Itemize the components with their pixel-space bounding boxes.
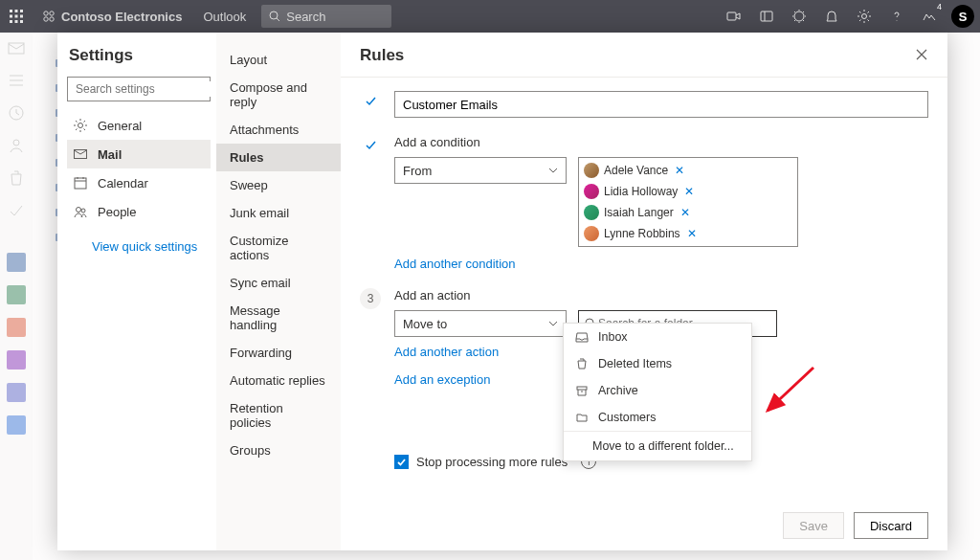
day-icon[interactable] [783,0,815,33]
svg-rect-4 [15,15,18,18]
action-select[interactable]: Move to [394,310,567,337]
remove-chip-icon[interactable]: ✕ [679,206,692,219]
stop-processing-checkbox[interactable] [394,455,409,469]
rule-name-input[interactable] [394,91,928,118]
add-condition-link[interactable]: Add another condition [394,257,515,271]
suite-search[interactable]: Search [261,5,391,28]
mailset-compose[interactable]: Compose and reply [216,74,341,116]
mailset-groups[interactable]: Groups [216,437,341,464]
mail-icon [73,146,88,162]
remove-chip-icon[interactable]: ✕ [673,164,686,177]
org-logo-icon [42,10,56,23]
mailset-fwd[interactable]: Forwarding [216,339,341,367]
view-quick-settings-link[interactable]: View quick settings [92,239,211,254]
svg-point-10 [50,11,54,15]
person-chip: Adele Vance✕ [584,163,686,178]
gear-icon [73,118,88,133]
remove-chip-icon[interactable]: ✕ [682,185,696,198]
save-button: Save [783,512,844,539]
add-exception-link[interactable]: Add an exception [394,372,490,387]
discard-button[interactable]: Discard [854,512,928,539]
mailset-auto[interactable]: Automatic replies [216,367,341,394]
svg-rect-16 [761,11,772,21]
mailset-rules[interactable]: Rules [216,144,341,171]
svg-point-32 [81,209,85,213]
svg-point-19 [862,14,867,19]
help-icon[interactable] [880,0,913,33]
folder-item-customers[interactable]: Customers [564,404,751,431]
mailset-attachments[interactable]: Attachments [216,116,341,144]
svg-point-12 [50,17,54,21]
nav-calendar[interactable]: Calendar [67,168,211,197]
svg-line-14 [277,18,279,21]
meet-now-icon[interactable] [718,0,750,33]
account-avatar[interactable]: S [951,5,974,28]
avatar-icon [584,184,599,199]
nav-mail[interactable]: Mail [67,140,211,168]
person-chip: Isaiah Langer✕ [584,205,692,220]
mailset-sweep[interactable]: Sweep [216,171,341,199]
mailset-layout[interactable]: Layout [216,46,341,74]
svg-point-25 [78,123,83,128]
teams-call-icon[interactable] [750,0,783,33]
settings-search[interactable] [67,77,211,101]
mailset-msg[interactable]: Message handling [216,297,341,339]
nav-people[interactable]: People [67,197,211,226]
folder-dropdown: Inbox Deleted Items Archive Customers Mo… [563,323,752,461]
people-icon [73,204,88,219]
nav-general[interactable]: General [67,111,211,140]
folder-item-deleted[interactable]: Deleted Items [564,350,751,377]
folder-item-inbox[interactable]: Inbox [564,324,751,350]
folder-item-archive[interactable]: Archive [564,377,751,404]
svg-rect-27 [75,178,86,189]
check-icon [364,95,377,108]
stop-processing-label: Stop processing more rules [416,455,568,469]
settings-search-input[interactable] [74,81,221,97]
step1-check [360,91,381,112]
settings-modal: Settings General Mail Calendar People Vi… [57,33,947,550]
mailset-junk[interactable]: Junk email [216,199,341,227]
folder-icon [575,411,589,424]
check-icon [396,457,407,467]
step2-check [360,135,381,156]
close-button[interactable] [915,48,928,64]
condition-title: Add a condition [394,135,928,149]
svg-rect-1 [15,10,18,12]
folder-item-different[interactable]: Move to a different folder... [564,431,751,460]
activity-icon[interactable]: 4 [913,0,946,33]
check-icon [364,139,377,152]
app-launcher[interactable] [0,0,33,33]
inbox-icon [575,330,589,344]
svg-point-13 [270,11,278,19]
org-name: Contoso Electronics [61,10,182,24]
notifications-icon[interactable] [815,0,848,33]
org-brand: Contoso Electronics [33,10,191,24]
activity-badge: 4 [937,2,942,11]
action-title: Add an action [394,288,928,302]
svg-rect-5 [20,15,23,18]
calendar-icon [73,175,88,190]
chevron-down-icon [548,166,558,175]
svg-rect-35 [577,387,587,390]
settings-nav-pane: Settings General Mail Calendar People Vi… [57,33,216,550]
people-chipbox[interactable]: Adele Vance✕ Lidia Holloway✕ Isaiah Lang… [578,157,798,247]
mailset-ret[interactable]: Retention policies [216,394,341,437]
step3-number: 3 [360,288,381,309]
settings-gear-icon[interactable] [848,0,880,33]
mailset-customize[interactable]: Customize actions [216,227,341,269]
settings-title: Settings [69,46,211,65]
add-action-link[interactable]: Add another action [394,345,499,359]
svg-point-11 [44,17,48,21]
chevron-down-icon [548,319,558,328]
person-chip: Lidia Holloway✕ [584,184,696,199]
mailset-sync[interactable]: Sync email [216,269,341,297]
search-icon [269,11,280,22]
svg-rect-15 [727,12,736,20]
trash-icon [575,357,589,370]
rules-pane: Rules Add a condition [341,33,947,550]
rules-title: Rules [360,46,404,65]
svg-point-18 [794,11,804,21]
remove-chip-icon[interactable]: ✕ [685,227,699,240]
svg-rect-3 [10,15,12,18]
condition-select[interactable]: From [394,157,567,184]
